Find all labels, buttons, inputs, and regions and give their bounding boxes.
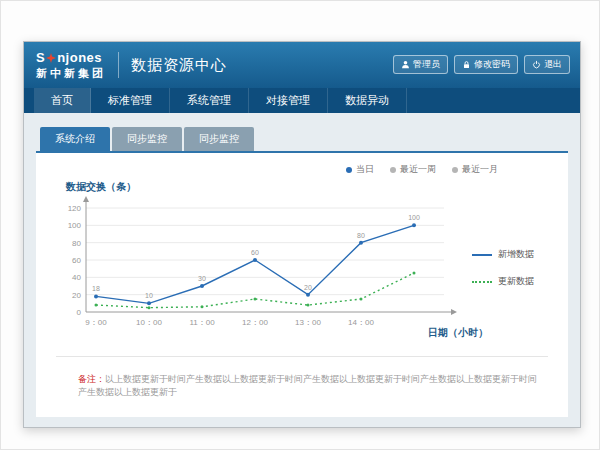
page-title: 数据资源中心 — [131, 56, 227, 75]
footnote: 备注：以上数据更新于时间产生数据以上数据更新于时间产生数据以上数据更新于时间产生… — [56, 356, 548, 398]
tab-0[interactable]: 系统介绍 — [40, 127, 110, 151]
series-line-icon — [472, 281, 492, 283]
svg-text:30: 30 — [198, 275, 206, 282]
period-legend-item-1[interactable]: 最近一周 — [390, 163, 436, 176]
svg-text:18: 18 — [92, 285, 100, 292]
header-divider — [118, 52, 119, 78]
svg-text:60: 60 — [251, 249, 259, 256]
series-legend: 新增数据更新数据 — [472, 248, 534, 288]
legend-label: 最近一月 — [462, 163, 498, 176]
period-legend: 当日最近一周最近一月 — [50, 163, 554, 176]
series-label: 新增数据 — [498, 248, 534, 261]
legend-dot-icon — [390, 167, 396, 173]
content-area: 系统介绍同步监控同步监控 当日最近一周最近一月 数据交换（条） 02040608… — [24, 113, 580, 427]
series-line-icon — [472, 254, 492, 256]
header-action-label: 退出 — [544, 58, 562, 71]
svg-text:80: 80 — [72, 239, 81, 248]
legend-label: 最近一周 — [400, 163, 436, 176]
period-legend-item-2[interactable]: 最近一月 — [452, 163, 498, 176]
tab-bar: 系统介绍同步监控同步监控 — [40, 127, 568, 151]
header-actions: 管理员修改密码退出 — [393, 55, 570, 74]
chart-panel: 当日最近一周最近一月 数据交换（条） 0204060801001209：0010… — [36, 151, 568, 417]
svg-text:12：00: 12：00 — [242, 318, 268, 327]
lock-icon — [462, 60, 471, 69]
brand-logo: S njones 新中新集团 — [36, 51, 106, 78]
svg-text:0: 0 — [77, 308, 82, 317]
nav-item-4[interactable]: 数据异动 — [328, 88, 407, 113]
tab-1[interactable]: 同步监控 — [112, 127, 182, 151]
nav-item-0[interactable]: 首页 — [34, 88, 91, 113]
svg-text:60: 60 — [72, 256, 81, 265]
svg-text:9：00: 9：00 — [85, 318, 107, 327]
app-window: S njones 新中新集团 数据资源中心 管理员修改密码退出 首页标准管理系统… — [23, 41, 581, 428]
footnote-text: 以上数据更新于时间产生数据以上数据更新于时间产生数据以上数据更新于时间产生数据以… — [78, 374, 537, 397]
header-action-label: 修改密码 — [474, 58, 510, 71]
logo-wordmark: S njones — [36, 51, 106, 65]
logo-subtitle: 新中新集团 — [36, 67, 106, 79]
svg-text:100: 100 — [408, 214, 420, 221]
desktop-background: S njones 新中新集团 数据资源中心 管理员修改密码退出 首页标准管理系统… — [0, 0, 600, 450]
legend-dot-icon — [452, 167, 458, 173]
user-icon — [401, 60, 410, 69]
series-label: 更新数据 — [498, 275, 534, 288]
tab-2[interactable]: 同步监控 — [184, 127, 254, 151]
y-axis-title: 数据交换（条） — [66, 180, 554, 194]
svg-text:20: 20 — [304, 284, 312, 291]
header-action-change-password[interactable]: 修改密码 — [454, 55, 518, 74]
logo-star-icon — [46, 53, 56, 63]
series-legend-item-0: 新增数据 — [472, 248, 534, 261]
svg-text:13：00: 13：00 — [295, 318, 321, 327]
chart-row: 0204060801001209：0010：0011：0012：0013：001… — [50, 194, 554, 342]
nav-item-2[interactable]: 系统管理 — [170, 88, 249, 113]
svg-text:14：00: 14：00 — [348, 318, 374, 327]
nav-item-3[interactable]: 对接管理 — [249, 88, 328, 113]
svg-text:120: 120 — [68, 204, 82, 213]
logo-text-suffix: njones — [57, 51, 102, 65]
line-chart: 0204060801001209：0010：0011：0012：0013：001… — [50, 194, 470, 342]
series-legend-item-1: 更新数据 — [472, 275, 534, 288]
svg-text:80: 80 — [357, 232, 365, 239]
logo-text-prefix: S — [36, 51, 45, 65]
svg-text:40: 40 — [72, 273, 81, 282]
footnote-label: 备注： — [78, 374, 105, 384]
legend-dot-icon — [346, 167, 352, 173]
svg-text:11：00: 11：00 — [189, 318, 215, 327]
header-action-label: 管理员 — [413, 58, 440, 71]
svg-text:10：00: 10：00 — [136, 318, 162, 327]
app-header: S njones 新中新集团 数据资源中心 管理员修改密码退出 — [24, 42, 580, 88]
nav-item-1[interactable]: 标准管理 — [91, 88, 170, 113]
legend-label: 当日 — [356, 163, 374, 176]
nav-menu: 首页标准管理系统管理对接管理数据异动 — [24, 88, 580, 113]
header-action-logout[interactable]: 退出 — [524, 55, 570, 74]
svg-text:20: 20 — [72, 291, 81, 300]
period-legend-item-0[interactable]: 当日 — [346, 163, 374, 176]
header-action-admin[interactable]: 管理员 — [393, 55, 448, 74]
svg-text:100: 100 — [68, 221, 82, 230]
power-icon — [532, 60, 541, 69]
svg-text:10: 10 — [145, 292, 153, 299]
